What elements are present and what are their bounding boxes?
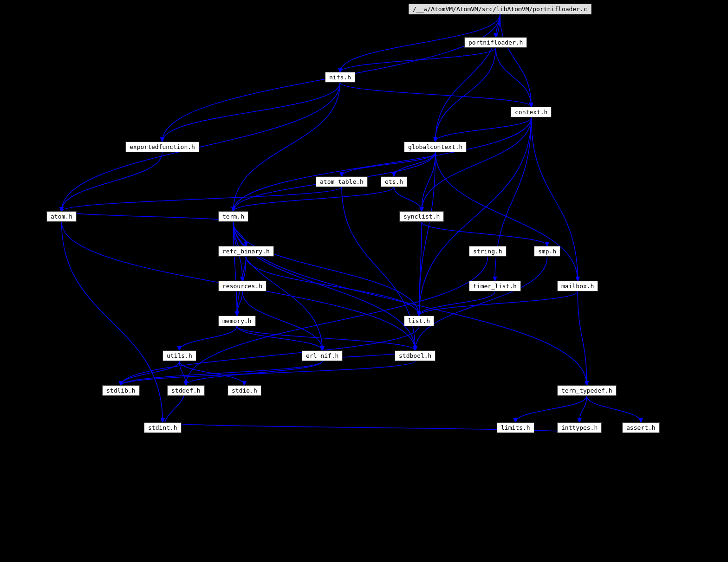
node-term_typedef_h: term_typedef.h [557,385,617,396]
node-limits_h: limits.h [497,422,534,433]
node-ets_h: ets.h [381,176,407,187]
edge-memory_h-utils_h [179,326,237,350]
node-portnifloader_h: portnifloader.h [464,37,527,48]
edge-synclist_h-list_h [419,222,422,316]
node-memory_h: memory.h [218,316,256,326]
edge-erl_nif_h-stddef_h [186,361,322,385]
edge-synclist_h-smp_h [422,222,547,246]
node-resources_h: resources.h [218,281,266,291]
edge-globalcontext_h-ets_h [394,152,436,176]
edge-globalcontext_h-synclist_h [422,152,436,211]
node-utils_h: utils.h [162,350,196,361]
node-inttypes_h: inttypes.h [557,422,602,433]
edge-mailbox_h-list_h [419,291,578,316]
edge-refc_binary_h-list_h [246,257,419,316]
edge-memory_h-erl_nif_h [237,326,322,350]
edge-exportedfunction_h-atom_h [61,152,162,211]
edge-stdbool_h-stdlib_h [121,361,415,385]
edge-ets_h-term_h [233,187,394,211]
edge-term_h-memory_h [233,222,237,316]
edge-source-portnifloader_h [496,14,500,37]
edge-context_h-synclist_h [422,117,531,211]
node-globalcontext_h: globalcontext.h [404,142,467,152]
node-string_h: string.h [469,246,507,257]
node-erl_nif_h: erl_nif.h [302,350,343,361]
edge-erl_nif_h-stdlib_h [121,361,322,385]
edge-utils_h-stdio_h [179,361,244,385]
node-atom_h: atom.h [46,211,77,222]
edge-utils_h-stddef_h [179,361,186,385]
edge-resources_h-memory_h [237,291,242,316]
node-stddef_h: stddef.h [167,385,205,396]
node-context_h: context.h [511,107,552,117]
edge-memory_h-stdbool_h [237,326,415,350]
edge-globalcontext_h-mailbox_h [436,152,578,281]
node-timer_list_h: timer_list.h [469,281,521,291]
edge-term_typedef_h-inttypes_h [579,396,587,422]
node-atom_table_h: atom_table.h [316,176,368,187]
node-term_h: term.h [218,211,248,222]
node-stdbool_h: stdbool.h [395,350,436,361]
node-stdlib_h: stdlib.h [102,385,140,396]
edge-term_typedef_h-limits_h [515,396,586,422]
edge-portnifloader_h-globalcontext_h [436,48,496,142]
edge-term_h-refc_binary_h [233,222,246,246]
edge-globalcontext_h-list_h [419,152,435,316]
edge-term_typedef_h-assert_h [587,396,641,422]
node-smp_h: smp.h [534,246,560,257]
edge-term_h-list_h [233,222,419,316]
edge-timer_list_h-list_h [419,291,494,316]
node-exportedfunction_h: exportedfunction.h [125,142,199,152]
node-assert_h: assert.h [622,422,660,433]
edge-nifs_h-term_h [233,83,340,211]
node-stdio_h: stdio.h [228,385,261,396]
node-stdint_h: stdint.h [144,422,182,433]
node-nifs_h: nifs.h [325,72,355,83]
node-synclist_h: synclist.h [399,211,444,222]
edge-portnifloader_h-context_h [496,48,532,107]
edge-smp_h-stdbool_h [415,257,547,350]
edge-source-context_h [500,14,531,107]
node-mailbox_h: mailbox.h [557,281,598,291]
edge-source-globalcontext_h [436,14,500,142]
edge-globalcontext_h-atom_table_h [342,152,436,176]
edge-term_h-atom_h [61,211,233,222]
dependency-graph [0,0,728,562]
edge-mailbox_h-term_typedef_h [578,291,587,385]
edge-nifs_h-exportedfunction_h [162,83,340,142]
edge-nifs_h-context_h [340,83,531,107]
edge-atom_table_h-atom_h [61,187,341,211]
node-refc_binary_h: refc_binary.h [218,246,274,257]
edge-context_h-term_h [233,117,531,211]
edge-utils_h-stdlib_h [121,361,179,385]
edge-ets_h-synclist_h [394,187,422,211]
node-source: /__w/AtomVM/AtomVM/src/libAtomVM/portnif… [409,4,592,14]
edge-refc_binary_h-resources_h [242,257,246,281]
node-list_h: list.h [404,316,434,326]
edge-nifs_h-atom_h [61,83,340,211]
edge-portnifloader_h-nifs_h [340,48,495,72]
edge-context_h-globalcontext_h [436,117,532,142]
